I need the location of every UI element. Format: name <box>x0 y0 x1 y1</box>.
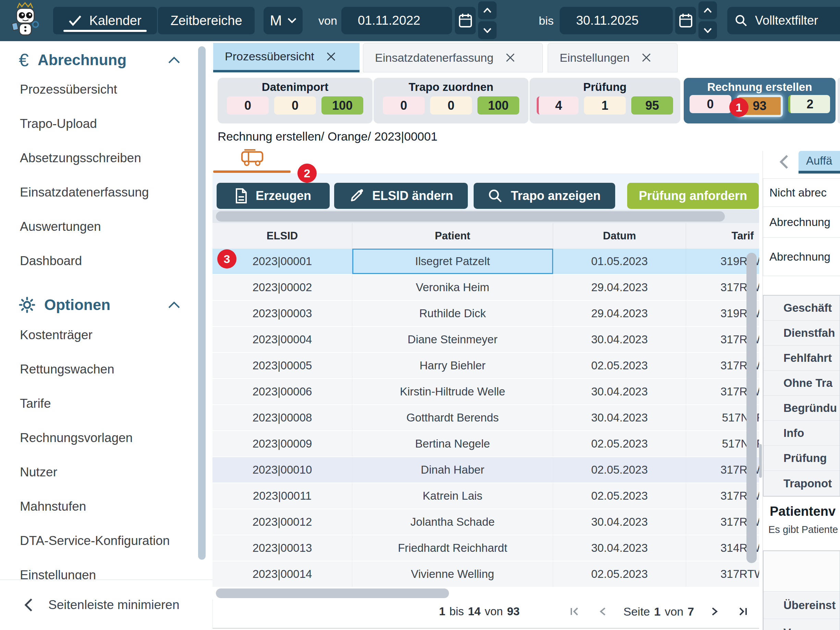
cell-elsid[interactable]: 2023|00006 <box>213 379 352 404</box>
cell-datum[interactable]: 01.05.2023 <box>553 249 686 274</box>
table-row[interactable]: 2023|00010 Dinah Haber 02.05.2023 317RTW <box>213 457 759 483</box>
scrollbar-thumb[interactable] <box>216 589 449 598</box>
von-calendar-button[interactable] <box>455 7 476 34</box>
cell-datum[interactable]: 30.04.2023 <box>553 405 686 431</box>
sidebar-item-rettungswachen[interactable]: Rettungswachen <box>20 361 114 378</box>
table-vertical-scrollbar[interactable] <box>747 253 757 563</box>
pill-warning[interactable]: 0 <box>430 97 472 114</box>
mode-dropdown[interactable]: M <box>264 7 303 34</box>
pill-error[interactable]: 0 <box>227 97 269 114</box>
detail-row-dienstfahrt[interactable]: Dienstfah <box>764 321 840 346</box>
von-date-field[interactable] <box>341 7 452 34</box>
sidebar-item-mahnstufen[interactable]: Mahnstufen <box>20 498 86 515</box>
cell-patient[interactable]: Gotthardt Berends <box>352 405 553 431</box>
pill-warning[interactable]: 0 <box>274 97 316 114</box>
tab-einstellungen[interactable]: Einstellungen <box>548 43 677 72</box>
first-page-button[interactable] <box>569 605 582 618</box>
cell-elsid[interactable]: 2023|00002 <box>213 275 352 300</box>
sidebar-scrollbar[interactable] <box>198 46 205 560</box>
pill-ok[interactable]: 100 <box>477 97 519 114</box>
cell-datum[interactable]: 30.04.2023 <box>553 535 686 561</box>
detail-row-info[interactable]: Info <box>764 421 840 446</box>
right-panel-scrollbar[interactable] <box>759 444 762 478</box>
cell-patient[interactable]: Kirstin-Hiltrude Welle <box>352 379 553 404</box>
von-spin-down-button[interactable] <box>478 21 497 39</box>
cell-patient[interactable]: Veronika Heim <box>352 275 553 300</box>
table-row[interactable]: 2023|00011 Katrein Lais 02.05.2023 317RT… <box>213 483 759 509</box>
cell-patient[interactable]: Ilsegret Patzelt <box>352 249 553 274</box>
cell-datum[interactable]: 29.04.2023 <box>553 301 686 326</box>
bis-calendar-button[interactable] <box>675 7 696 34</box>
status-row[interactable]: Nicht abrec <box>763 179 840 207</box>
fulltext-filter-field[interactable] <box>727 7 840 34</box>
cell-patient[interactable]: Bertina Negele <box>352 431 553 456</box>
tab-prozessuebersicht[interactable]: Prozessübersicht <box>213 43 360 72</box>
last-page-button[interactable] <box>736 605 748 618</box>
cell-datum[interactable]: 30.04.2023 <box>553 509 686 535</box>
cell-datum[interactable]: 02.05.2023 <box>553 353 686 378</box>
elsid-aendern-button[interactable]: ELSID ändern <box>334 183 468 209</box>
bis-spin-down-button[interactable] <box>698 21 717 39</box>
cell-elsid[interactable]: 2023|00004 <box>213 327 352 352</box>
fulltext-filter-input[interactable] <box>754 13 840 28</box>
cell-datum[interactable]: 02.05.2023 <box>553 457 686 483</box>
close-icon[interactable] <box>641 52 652 63</box>
tab-auffaelligkeiten[interactable]: Auffä <box>799 151 840 174</box>
cell-elsid[interactable]: 2023|00008 <box>213 405 352 431</box>
table-row[interactable]: 2023|00014 Vivienne Welling 02.05.2023 3… <box>213 561 759 587</box>
sidebar-item-prozessuebersicht[interactable]: Prozessübersicht <box>20 81 117 98</box>
process-card-trapo-zuordnen[interactable]: Trapo zuordnen 0 0 100 <box>374 78 529 123</box>
compare-row-uebereinstimmung[interactable]: Übereinst <box>764 592 840 619</box>
zeitbereiche-button[interactable]: Zeitbereiche <box>158 7 255 34</box>
cell-elsid[interactable]: 2023|00014 <box>213 561 352 587</box>
cell-patient[interactable]: Harry Biehler <box>352 353 553 378</box>
pill-ok[interactable]: 95 <box>631 97 673 114</box>
tab-einsatzdatenerfassung[interactable]: Einsatzdatenerfassung <box>363 43 543 72</box>
table-horizontal-scrollbar-top[interactable] <box>213 210 759 223</box>
pill-error[interactable]: 4 <box>537 97 578 114</box>
chevron-up-icon[interactable] <box>168 57 180 63</box>
trapo-anzeigen-button[interactable]: Trapo anzeigen <box>474 183 615 209</box>
column-header-elsid[interactable]: ELSID <box>213 223 352 249</box>
sidebar-minimize-button[interactable]: Seitenleiste minimieren <box>0 579 213 630</box>
cell-elsid[interactable]: 2023|00003 <box>213 301 352 326</box>
compare-row-vorname[interactable]: Vorname <box>764 619 840 630</box>
sidebar-item-nutzer[interactable]: Nutzer <box>20 464 57 481</box>
detail-row-ohne-trapo[interactable]: Ohne Tra <box>764 371 840 396</box>
table-row[interactable]: 2023|00005 Harry Biehler 02.05.2023 317R… <box>213 353 759 379</box>
sidebar-item-trapo-upload[interactable]: Trapo-Upload <box>20 115 97 132</box>
sidebar-item-auswertungen[interactable]: Auswertungen <box>20 218 101 235</box>
sidebar-item-tarife[interactable]: Tarife <box>20 395 51 412</box>
table-row[interactable]: 2023|00001 Ilsegret Patzelt 01.05.2023 3… <box>213 249 759 275</box>
table-row[interactable]: 2023|00013 Friedhardt Reichhardt 30.04.2… <box>213 535 759 561</box>
pill-warning[interactable]: 1 <box>584 97 626 114</box>
previous-page-button[interactable] <box>597 605 608 618</box>
cell-patient[interactable]: Dinah Haber <box>352 457 553 483</box>
pill-error[interactable]: 0 <box>690 95 731 113</box>
erzeugen-button[interactable]: Erzeugen <box>216 183 330 209</box>
next-page-button[interactable] <box>710 605 720 618</box>
column-header-patient[interactable]: Patient <box>352 223 553 249</box>
detail-row-pruefung[interactable]: Prüfung <box>764 446 840 471</box>
table-row[interactable]: 2023|00003 Ruthilde Dick 29.04.2023 319R… <box>213 301 759 327</box>
cell-datum[interactable]: 29.04.2023 <box>553 275 686 300</box>
cell-datum[interactable]: 02.05.2023 <box>553 561 686 587</box>
cell-elsid[interactable]: 2023|00011 <box>213 483 352 508</box>
cell-patient[interactable]: Jolantha Schade <box>352 509 553 535</box>
pill-ok[interactable]: 2 <box>788 95 830 113</box>
detail-row-begruendung[interactable]: Begründu <box>764 396 840 421</box>
pruefung-anfordern-button[interactable]: Prüfung anfordern <box>627 183 759 209</box>
cell-datum[interactable]: 30.04.2023 <box>553 379 686 404</box>
column-header-datum[interactable]: Datum <box>553 223 686 249</box>
cell-elsid[interactable]: 2023|00010 <box>213 457 352 483</box>
trapo-tab[interactable] <box>241 149 264 168</box>
pill-ok[interactable]: 100 <box>322 97 363 114</box>
detail-row-geschaeft[interactable]: Geschäft <box>764 296 840 321</box>
column-header-tarif[interactable]: Tarif <box>686 223 759 249</box>
table-horizontal-scrollbar-bottom[interactable] <box>213 589 759 599</box>
cell-patient[interactable]: Katrein Lais <box>352 483 553 508</box>
cell-patient[interactable]: Friedhardt Reichhardt <box>352 535 553 561</box>
table-row[interactable]: 2023|00004 Diane Steinmeyer 30.04.2023 3… <box>213 327 759 353</box>
cell-elsid[interactable]: 2023|00009 <box>213 431 352 456</box>
cell-tarif[interactable]: 317RTW <box>686 561 759 587</box>
